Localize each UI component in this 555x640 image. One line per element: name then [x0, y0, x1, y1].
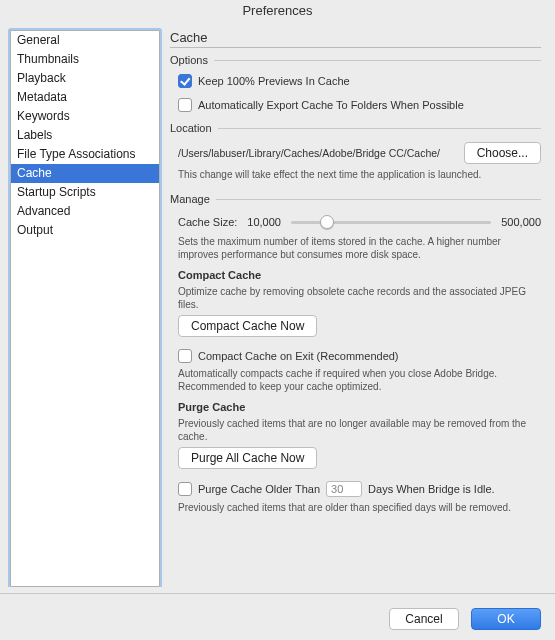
rule — [214, 60, 541, 61]
sidebar-item-startup-scripts[interactable]: Startup Scripts — [11, 183, 159, 202]
group-options: Options Keep 100% Previews In Cache Auto… — [170, 54, 541, 116]
sidebar-item-file-type-associations[interactable]: File Type Associations — [11, 145, 159, 164]
purge-older-help: Previously cached items that are older t… — [178, 501, 541, 514]
sidebar-item-general[interactable]: General — [11, 31, 159, 50]
cache-size-slider[interactable] — [291, 213, 491, 231]
purge-heading: Purge Cache — [178, 401, 541, 413]
compact-heading: Compact Cache — [178, 269, 541, 281]
choose-button[interactable]: Choose... — [464, 142, 541, 164]
window-body: General Thumbnails Playback Metadata Key… — [0, 22, 555, 587]
group-title-options: Options — [170, 54, 208, 66]
slider-max: 500,000 — [501, 216, 541, 228]
preferences-window: Preferences General Thumbnails Playback … — [0, 0, 555, 640]
ok-button[interactable]: OK — [471, 608, 541, 630]
slider-thumb[interactable] — [320, 215, 334, 229]
sidebar-item-output[interactable]: Output — [11, 221, 159, 240]
cache-size-label: Cache Size: — [178, 216, 237, 228]
panel-title: Cache — [170, 30, 541, 48]
group-manage: Manage Cache Size: 10,000 500,000 Sets t… — [170, 193, 541, 520]
group-title-location: Location — [170, 122, 212, 134]
cache-size-help: Sets the maximum number of items stored … — [178, 235, 541, 261]
label-compact-on-exit: Compact Cache on Exit (Recommended) — [198, 350, 399, 362]
sidebar: General Thumbnails Playback Metadata Key… — [10, 30, 160, 587]
label-purge-older-prefix: Purge Cache Older Than — [198, 483, 320, 495]
cache-path: /Users/labuser/Library/Caches/Adobe/Brid… — [178, 147, 440, 159]
sidebar-item-labels[interactable]: Labels — [11, 126, 159, 145]
compact-on-exit-help: Automatically compacts cache if required… — [178, 367, 541, 393]
purge-help: Previously cached items that are no long… — [178, 417, 541, 443]
label-purge-older-suffix: Days When Bridge is Idle. — [368, 483, 495, 495]
sidebar-item-keywords[interactable]: Keywords — [11, 107, 159, 126]
group-title-manage: Manage — [170, 193, 210, 205]
group-location: Location /Users/labuser/Library/Caches/A… — [170, 122, 541, 187]
compact-now-button[interactable]: Compact Cache Now — [178, 315, 317, 337]
content-pane: Cache Options Keep 100% Previews In Cach… — [170, 30, 545, 587]
sidebar-item-cache[interactable]: Cache — [11, 164, 159, 183]
sidebar-item-advanced[interactable]: Advanced — [11, 202, 159, 221]
location-note: This change will take effect the next ti… — [178, 168, 541, 181]
label-auto-export: Automatically Export Cache To Folders Wh… — [198, 99, 464, 111]
checkbox-keep-previews[interactable] — [178, 74, 192, 88]
sidebar-item-metadata[interactable]: Metadata — [11, 88, 159, 107]
dialog-footer: Cancel OK — [0, 600, 555, 640]
checkbox-auto-export[interactable] — [178, 98, 192, 112]
label-keep-previews: Keep 100% Previews In Cache — [198, 75, 350, 87]
cancel-button[interactable]: Cancel — [389, 608, 459, 630]
purge-older-days-input[interactable]: 30 — [326, 481, 362, 497]
window-title: Preferences — [0, 0, 555, 22]
rule — [216, 199, 541, 200]
purge-all-button[interactable]: Purge All Cache Now — [178, 447, 317, 469]
checkbox-compact-on-exit[interactable] — [178, 349, 192, 363]
checkbox-purge-older[interactable] — [178, 482, 192, 496]
rule — [218, 128, 541, 129]
compact-help: Optimize cache by removing obsolete cach… — [178, 285, 541, 311]
slider-min: 10,000 — [247, 216, 281, 228]
sidebar-item-playback[interactable]: Playback — [11, 69, 159, 88]
sidebar-item-thumbnails[interactable]: Thumbnails — [11, 50, 159, 69]
footer-separator — [0, 593, 555, 594]
